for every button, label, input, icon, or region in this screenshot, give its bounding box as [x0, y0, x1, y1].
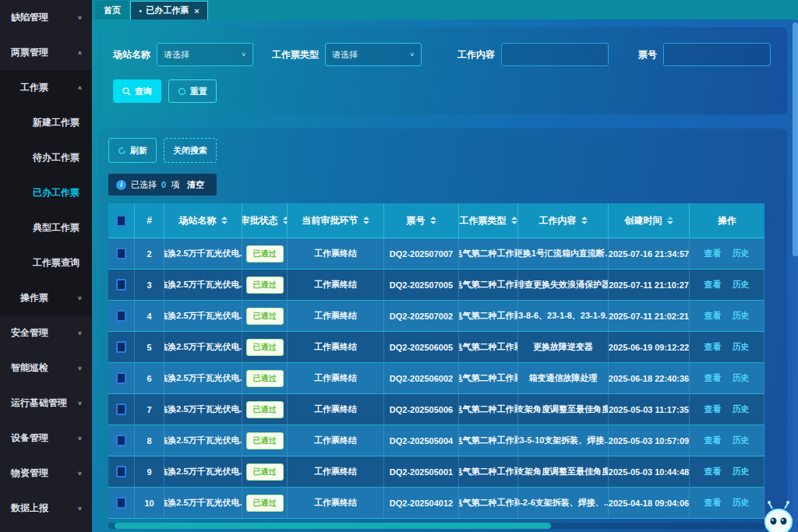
sidebar-item[interactable]: 操作票 ∨	[0, 280, 92, 315]
view-link[interactable]: 查看	[704, 279, 722, 291]
view-link[interactable]: 查看	[704, 497, 722, 509]
sidebar-item[interactable]: 物资管理 ∨	[0, 456, 92, 491]
view-link[interactable]: 查看	[704, 403, 722, 415]
table-row: 10 临涣2.5万千瓦光伏电... 已通过 工作票终结 DQ2-20250401…	[108, 488, 764, 519]
row-checkbox[interactable]	[116, 466, 126, 477]
reset-icon	[178, 87, 186, 96]
horizontal-scrollbar-thumb[interactable]	[115, 523, 551, 529]
chevron-icon: ∨	[77, 295, 83, 301]
view-link[interactable]: 查看	[704, 248, 722, 259]
sidebar-item-label: 两票管理	[11, 46, 48, 59]
sidebar-item[interactable]: 数据上报 ∨	[0, 491, 92, 526]
tab-home[interactable]: 首页	[96, 1, 129, 19]
row-checkbox[interactable]	[116, 435, 126, 446]
history-link[interactable]: 历史	[733, 310, 750, 322]
view-link[interactable]: 查看	[704, 466, 722, 477]
created-time: 2025-06-18 22:40:36	[609, 363, 690, 394]
column-header[interactable]: 创建时间	[609, 203, 690, 238]
column-header[interactable]: 场站名称	[164, 203, 242, 238]
sort-icon[interactable]	[511, 217, 517, 224]
type-select[interactable]: 请选择 ∨	[325, 43, 422, 66]
approval-step: 工作票终结	[288, 488, 384, 519]
sidebar-item[interactable]: 设备管理 ∨	[0, 421, 92, 456]
refresh-button[interactable]: 刷新	[108, 138, 157, 163]
column-header[interactable]: 工作票类型	[459, 203, 518, 238]
column-header[interactable]: 票号	[384, 203, 459, 238]
column-header[interactable]: 审批状态	[242, 203, 288, 238]
row-number: 9	[135, 456, 164, 488]
view-link[interactable]: 查看	[704, 341, 722, 353]
history-link[interactable]: 历史	[733, 372, 750, 384]
reset-button[interactable]: 重置	[168, 79, 217, 103]
work-content: 箱变通信故障处理	[518, 363, 609, 394]
select-all-checkbox[interactable]	[116, 215, 126, 227]
sidebar-item[interactable]: 已办工作票	[0, 175, 92, 210]
sidebar-item[interactable]: 典型工作票	[0, 210, 92, 245]
robot-assistant-button[interactable]	[761, 499, 796, 532]
view-link[interactable]: 查看	[704, 435, 722, 446]
view-link[interactable]: 查看	[704, 372, 722, 384]
tab-done-work-tickets[interactable]: ● 已办工作票 ×	[130, 1, 208, 19]
view-link[interactable]: 查看	[704, 310, 722, 322]
ticket-type: 电气第二种工作票	[459, 301, 518, 332]
vertical-scrollbar-thumb[interactable]	[793, 23, 798, 256]
sidebar-item[interactable]: 新建工作票	[0, 105, 92, 140]
row-number: 2	[135, 238, 164, 270]
ticket-input[interactable]	[663, 43, 771, 66]
row-checkbox[interactable]	[116, 372, 126, 384]
refresh-icon	[118, 146, 126, 155]
sort-icon[interactable]	[667, 217, 673, 224]
sort-icon[interactable]	[581, 217, 588, 224]
vertical-scrollbar[interactable]	[793, 19, 798, 532]
row-checkbox[interactable]	[116, 279, 126, 291]
history-link[interactable]: 历史	[733, 341, 750, 353]
query-button[interactable]: 查询	[113, 79, 161, 103]
approval-step: 工作票终结	[288, 394, 384, 425]
sidebar-item[interactable]: 工作票查询	[0, 245, 92, 280]
close-search-button[interactable]: 关闭搜索	[164, 138, 217, 163]
selection-count: 0	[161, 180, 166, 189]
history-link[interactable]: 历史	[733, 497, 750, 509]
sort-icon[interactable]	[363, 217, 369, 224]
sidebar-item[interactable]: 待办工作票	[0, 140, 92, 175]
column-header[interactable]: #	[135, 203, 164, 238]
row-checkbox[interactable]	[116, 341, 126, 353]
station-name: 临涣2.5万千瓦光伏电...	[164, 363, 242, 394]
row-checkbox[interactable]	[116, 497, 126, 509]
work-content: 排查更换失效浪涌保护器	[518, 270, 609, 301]
work-content: 23-5-10支架拆装、焊接...	[518, 425, 609, 456]
content-filter-group: 工作内容	[457, 43, 609, 66]
chevron-icon: ∧	[77, 50, 83, 56]
approval-step: 工作票终结	[288, 425, 384, 456]
row-checkbox[interactable]	[116, 403, 126, 415]
close-icon[interactable]: ×	[194, 6, 199, 16]
sidebar-item[interactable]: 缺陷管理 ∨	[0, 0, 92, 35]
sidebar-item[interactable]: 运行基础管理 ∨	[0, 386, 92, 421]
row-checkbox[interactable]	[116, 310, 126, 322]
row-checkbox[interactable]	[116, 248, 126, 259]
history-link[interactable]: 历史	[733, 279, 750, 291]
clear-selection-link[interactable]: 清空	[187, 179, 204, 191]
sidebar-item[interactable]: 工作票 ∧	[0, 70, 92, 105]
history-link[interactable]: 历史	[733, 248, 750, 259]
chevron-icon: ∨	[77, 470, 83, 477]
sidebar-item[interactable]: 两票管理 ∧	[0, 35, 92, 70]
search-icon	[122, 87, 131, 96]
sort-icon[interactable]	[430, 217, 436, 224]
column-header[interactable]: 操作	[690, 203, 764, 238]
tab-done-label: 已办工作票	[146, 5, 189, 16]
selection-bar: i 已选择 0 项 清空	[108, 174, 217, 196]
content-input[interactable]	[501, 43, 609, 66]
station-select[interactable]: 请选择 ∨	[157, 43, 253, 66]
status-badge: 已通过	[246, 463, 284, 481]
approval-step: 工作票终结	[288, 332, 384, 363]
column-header[interactable]: 工作内容	[518, 203, 609, 238]
history-link[interactable]: 历史	[733, 403, 750, 415]
history-link[interactable]: 历史	[733, 435, 750, 446]
history-link[interactable]: 历史	[733, 466, 750, 477]
column-header[interactable]: 当前审批环节	[288, 203, 384, 238]
sort-icon[interactable]	[221, 217, 228, 224]
horizontal-scrollbar[interactable]	[108, 523, 764, 529]
sidebar-item[interactable]: 安全管理 ∨	[0, 315, 92, 351]
sidebar-item[interactable]: 智能巡检 ∨	[0, 351, 92, 386]
